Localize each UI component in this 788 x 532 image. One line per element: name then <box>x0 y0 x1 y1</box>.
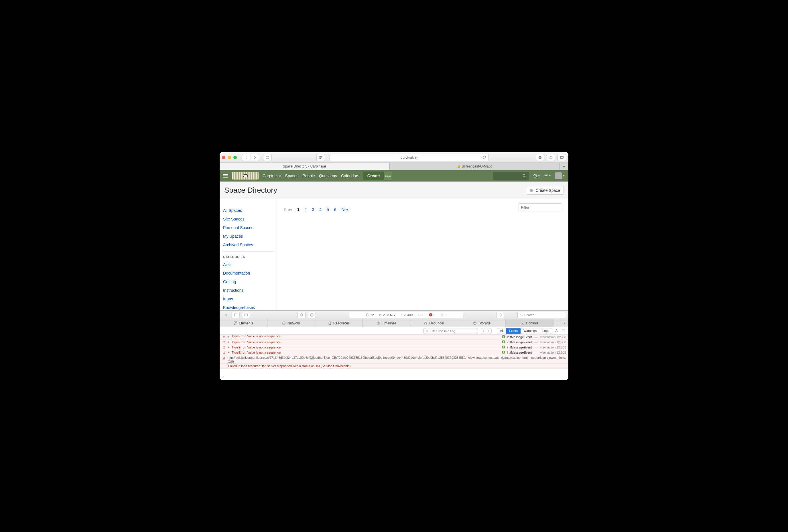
sidebar-item-my-spaces[interactable]: My Spaces <box>223 232 274 240</box>
console-scope: All Errors Warnings Logs <box>497 328 552 334</box>
console-split-button[interactable] <box>560 329 567 333</box>
user-menu[interactable]: ▼ <box>555 172 565 179</box>
app-logo[interactable] <box>232 172 259 179</box>
console-prompt[interactable]: › <box>220 373 568 380</box>
filter-next-button[interactable]: › <box>486 329 491 334</box>
devtools-target-button[interactable] <box>496 312 504 318</box>
nav-calendars[interactable]: Calendars <box>341 174 359 178</box>
pagination-page-5[interactable]: 5 <box>327 207 329 212</box>
url-bar[interactable]: quicksilver <box>330 154 489 161</box>
disclosure-icon[interactable]: ▶ <box>228 346 230 349</box>
devtools-search[interactable]: Search <box>517 312 566 318</box>
back-button[interactable] <box>242 154 251 161</box>
devtools-tab-resources[interactable]: Resources <box>315 319 363 327</box>
scope-warnings[interactable]: Warnings <box>520 329 539 334</box>
filter-input[interactable] <box>518 203 562 211</box>
debugger-icon <box>424 321 428 325</box>
minimize-window-button[interactable] <box>228 156 231 159</box>
devtools-add-tab-button[interactable]: + <box>553 319 561 327</box>
log-row[interactable]: ⊘ ▶ TypeError: Value is not a sequence f… <box>220 335 568 340</box>
downloads-button[interactable] <box>536 154 544 161</box>
log-source[interactable]: view.action:12:308 <box>540 340 566 344</box>
log-row[interactable]: ⊘ ▶ TypeError: Value is not a sequence f… <box>220 345 568 350</box>
scope-logs[interactable]: Logs <box>539 329 552 334</box>
document-icon <box>366 313 369 317</box>
create-space-button[interactable]: Create Space <box>526 186 564 195</box>
tabs-overview-button[interactable] <box>557 154 566 161</box>
sidebar-category-documentation[interactable]: Documentation <box>223 269 274 277</box>
nav-people[interactable]: People <box>302 174 315 178</box>
sidebar-category-it-aas[interactable]: It-aas <box>223 295 274 303</box>
nav-spaces[interactable]: Spaces <box>285 174 299 178</box>
settings-button[interactable]: ▼ <box>544 173 551 179</box>
disclosure-icon[interactable]: ▶ <box>228 351 230 354</box>
log-resource-url[interactable]: http://quicksilver/confluence/s/771345d6… <box>228 356 566 363</box>
traffic-lights <box>222 156 237 159</box>
sidebar-item-personal-spaces[interactable]: Personal Spaces <box>223 223 274 232</box>
devtools-tab-network[interactable]: Network <box>268 319 315 327</box>
new-tab-button[interactable]: + <box>560 163 568 170</box>
pagination-page-4[interactable]: 4 <box>319 207 321 212</box>
console-filter-input[interactable]: Filter Console Log <box>423 328 478 334</box>
devtools-dashboard[interactable]: 12 2.23 MB 204ms 0 ! 5 <box>349 312 463 318</box>
devtools-tab-elements[interactable]: Elements <box>220 319 268 327</box>
forward-button[interactable] <box>251 154 259 161</box>
log-row[interactable]: ⊘ ▶ TypeError: Value is not a sequence f… <box>220 340 568 345</box>
header-search[interactable] <box>493 172 529 180</box>
disclosure-icon[interactable]: ▶ <box>228 340 230 343</box>
create-more-button[interactable]: ●●● <box>384 172 392 180</box>
help-button[interactable]: ? ▼ <box>533 173 540 179</box>
devtools-tab-timelines[interactable]: Timelines <box>363 319 411 327</box>
devtools-reload-button[interactable] <box>297 312 306 318</box>
devtools-tab-console[interactable]: Console <box>506 319 553 327</box>
sidebar-category-instructions[interactable]: Instructions <box>223 286 274 295</box>
devtools-dock-left-button[interactable] <box>232 312 240 318</box>
browser-tab-space-directory[interactable]: Space Directory - Carpinejar <box>220 163 390 170</box>
split-icon <box>562 329 566 333</box>
pagination-page-1[interactable]: 1 <box>297 207 299 212</box>
close-window-button[interactable] <box>222 156 225 159</box>
sidebar-item-archived-spaces[interactable]: Archived Spaces <box>223 240 274 249</box>
devtools-close-button[interactable]: ✕ <box>222 312 229 318</box>
pagination-page-6[interactable]: 6 <box>334 207 336 212</box>
share-button[interactable] <box>547 154 555 161</box>
scope-errors[interactable]: Errors <box>506 329 520 334</box>
nav-carpinejar[interactable]: Carpinejar <box>262 174 281 178</box>
devtools-tab-debugger[interactable]: Debugger <box>410 319 458 327</box>
svg-line-19 <box>522 315 523 316</box>
console-clear-button[interactable] <box>553 329 559 333</box>
pagination-page-2[interactable]: 2 <box>305 207 307 212</box>
devtools-settings-button[interactable] <box>561 319 568 327</box>
nav-questions[interactable]: Questions <box>319 174 337 178</box>
svg-rect-0 <box>266 156 269 158</box>
disclosure-icon[interactable]: ▶ <box>228 335 230 338</box>
log-source[interactable]: view.action:12:308 <box>540 351 566 354</box>
recycle-icon <box>555 329 558 333</box>
pagination-next[interactable]: Next <box>341 207 350 212</box>
sidebar-item-all-spaces[interactable]: All Spaces <box>223 206 274 215</box>
browser-tab-screencast[interactable]: 🔒 Screencast-O-Matic <box>390 163 560 170</box>
pagination-prev[interactable]: Prev <box>284 207 292 212</box>
dashboard-size: 2.23 MB <box>378 313 395 317</box>
pagination-page-3[interactable]: 3 <box>312 207 314 212</box>
svg-rect-21 <box>235 322 237 323</box>
app-menu-button[interactable] <box>223 174 228 178</box>
devtools-tab-storage[interactable]: Storage <box>458 319 506 327</box>
log-source[interactable]: view.action:12:308 <box>540 335 566 339</box>
sidebar-category-aiiaii[interactable]: Aiiaii <box>223 260 274 269</box>
sidebar-toggle-button[interactable] <box>263 154 272 161</box>
sidebar-category-knowledge-bases[interactable]: Knowledge-bases <box>223 303 274 310</box>
devtools-dock-right-button[interactable] <box>242 312 250 318</box>
log-row-resource[interactable]: ⊘ http://quicksilver/confluence/s/771345… <box>220 355 568 363</box>
log-row[interactable]: ⊘ ▶ TypeError: Value is not a sequence f… <box>220 350 568 355</box>
create-button[interactable]: Create <box>363 172 384 180</box>
log-source[interactable]: view.action:12:308 <box>540 346 566 349</box>
scope-all[interactable]: All <box>497 329 506 334</box>
sidebar-category-getting[interactable]: Getting <box>223 277 274 286</box>
maximize-window-button[interactable] <box>233 156 237 159</box>
devtools-download-button[interactable] <box>308 312 316 318</box>
filter-prev-button[interactable]: ‹ <box>481 329 486 334</box>
reader-mode-button[interactable] <box>316 154 325 161</box>
reload-button[interactable] <box>482 156 486 159</box>
sidebar-item-site-spaces[interactable]: Site Spaces <box>223 215 274 223</box>
